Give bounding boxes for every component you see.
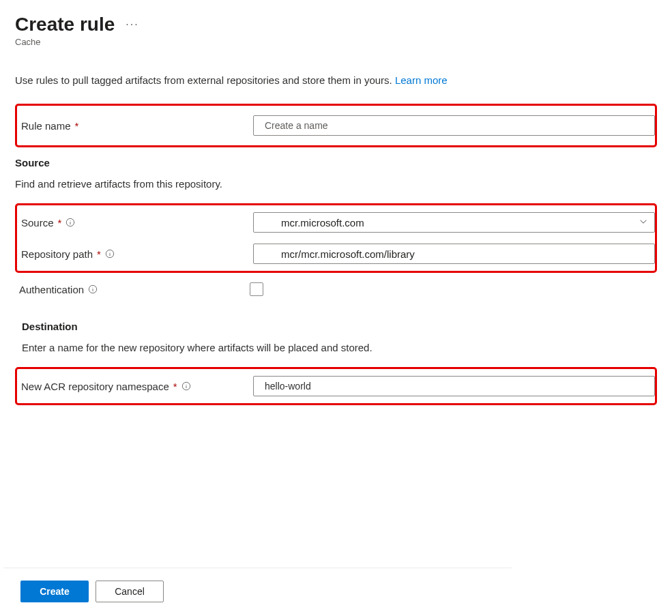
repo-path-input[interactable] <box>253 244 655 264</box>
required-asterisk: * <box>75 120 79 132</box>
authentication-label-text: Authentication <box>19 284 84 295</box>
cancel-button[interactable]: Cancel <box>96 581 164 602</box>
info-icon[interactable] <box>88 284 98 294</box>
create-button[interactable]: Create <box>20 581 89 602</box>
required-asterisk: * <box>173 381 177 392</box>
footer-divider <box>3 568 512 568</box>
svg-point-4 <box>109 252 110 252</box>
info-icon[interactable] <box>65 218 75 227</box>
source-label: Source * <box>21 217 253 229</box>
authentication-label: Authentication <box>19 284 251 295</box>
authentication-checkbox[interactable] <box>250 282 263 296</box>
destination-field-highlight: New ACR repository namespace * <box>15 367 657 405</box>
info-icon[interactable] <box>181 381 191 391</box>
info-icon[interactable] <box>105 249 115 259</box>
source-select[interactable] <box>253 212 655 233</box>
repo-path-label-text: Repository path <box>21 248 93 260</box>
destination-section: Destination Enter a name for the new rep… <box>22 321 657 405</box>
rule-name-label: Rule name * <box>21 120 253 132</box>
rule-name-highlight: Rule name * <box>15 104 657 147</box>
source-section: Source Find and retrieve artifacts from … <box>15 157 657 296</box>
required-asterisk: * <box>97 248 101 260</box>
svg-point-1 <box>70 220 71 221</box>
repo-path-label: Repository path * <box>21 248 253 260</box>
svg-point-7 <box>93 287 93 288</box>
page-title: Create rule <box>15 14 115 35</box>
intro-text: Use rules to pull tagged artifacts from … <box>15 74 657 86</box>
source-section-title: Source <box>15 157 657 168</box>
destination-section-description: Enter a name for the new repository wher… <box>22 342 657 353</box>
rule-name-label-text: Rule name <box>21 120 71 132</box>
svg-point-10 <box>186 384 186 385</box>
namespace-label-text: New ACR repository namespace <box>21 381 169 392</box>
more-actions-icon[interactable]: ··· <box>126 18 138 31</box>
source-label-text: Source <box>21 217 54 229</box>
destination-section-title: Destination <box>22 321 657 332</box>
rule-name-input[interactable] <box>253 115 655 136</box>
footer-actions: Create Cancel <box>0 570 672 616</box>
learn-more-link[interactable]: Learn more <box>395 74 448 86</box>
namespace-input[interactable] <box>253 376 655 396</box>
intro-text-body: Use rules to pull tagged artifacts from … <box>15 74 395 86</box>
source-section-description: Find and retrieve artifacts from this re… <box>15 178 657 190</box>
breadcrumb-subtitle: Cache <box>15 37 657 47</box>
namespace-label: New ACR repository namespace * <box>21 381 253 392</box>
source-fields-highlight: Source * Repository path * <box>15 203 657 273</box>
required-asterisk: * <box>58 217 62 229</box>
